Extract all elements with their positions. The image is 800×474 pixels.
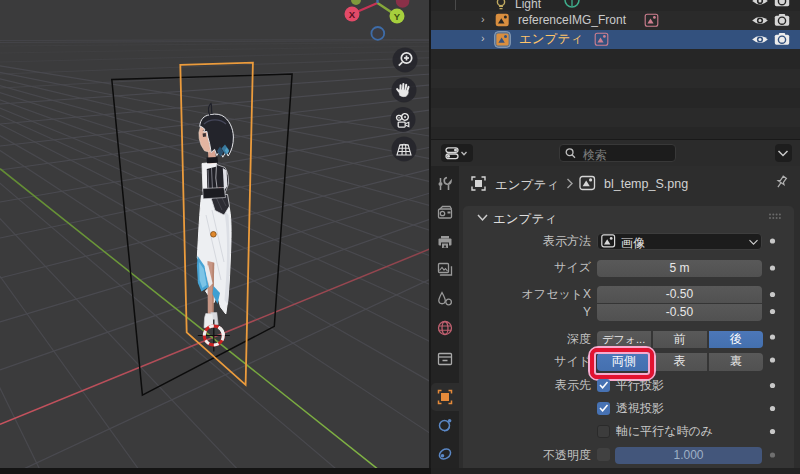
svg-text:Y: Y <box>394 11 401 22</box>
svg-text:X: X <box>349 9 356 20</box>
